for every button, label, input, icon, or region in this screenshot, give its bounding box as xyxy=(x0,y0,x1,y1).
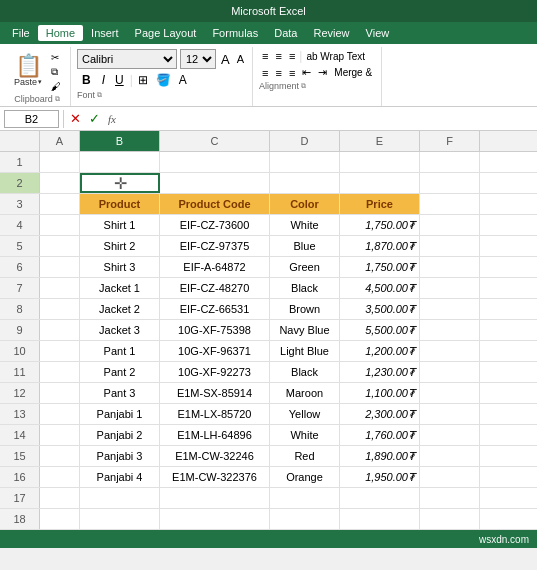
cell[interactable] xyxy=(40,341,80,361)
menu-item-formulas[interactable]: Formulas xyxy=(204,25,266,41)
insert-function-icon[interactable]: fx xyxy=(106,113,118,125)
cell[interactable] xyxy=(160,509,270,529)
col-header-d[interactable]: D xyxy=(270,131,340,151)
cell[interactable]: Pant 2 xyxy=(80,362,160,382)
col-header-c[interactable]: C xyxy=(160,131,270,151)
cell[interactable]: White xyxy=(270,215,340,235)
row-number[interactable]: 16 xyxy=(0,467,40,487)
row-number[interactable]: 7 xyxy=(0,278,40,298)
cell[interactable] xyxy=(420,320,480,340)
menu-item-file[interactable]: File xyxy=(4,25,38,41)
cell[interactable]: Panjabi 3 xyxy=(80,446,160,466)
cell[interactable] xyxy=(40,467,80,487)
row-number[interactable]: 13 xyxy=(0,404,40,424)
decrease-indent-button[interactable]: ⇤ xyxy=(299,65,314,80)
cell[interactable]: 10G-XF-92273 xyxy=(160,362,270,382)
cell[interactable] xyxy=(270,173,340,193)
cell[interactable] xyxy=(340,173,420,193)
cut-button[interactable]: ✂ xyxy=(48,51,64,64)
menu-item-home[interactable]: Home xyxy=(38,25,83,41)
cell[interactable] xyxy=(40,173,80,193)
cell[interactable]: 1,890.00₮ xyxy=(340,446,420,466)
cell[interactable]: 1,760.00₮ xyxy=(340,425,420,445)
cell[interactable]: EIF-A-64872 xyxy=(160,257,270,277)
font-color-button[interactable]: A xyxy=(176,72,190,88)
cell[interactable] xyxy=(80,509,160,529)
cell[interactable] xyxy=(420,362,480,382)
cell[interactable]: Price xyxy=(340,194,420,214)
cell[interactable] xyxy=(40,425,80,445)
cell[interactable]: 5,500.00₮ xyxy=(340,320,420,340)
row-number[interactable]: 1 xyxy=(0,152,40,172)
decrease-font-button[interactable]: A xyxy=(235,53,246,65)
cell[interactable] xyxy=(420,509,480,529)
align-middle-button[interactable]: ≡ xyxy=(272,49,284,63)
row-number[interactable]: 14 xyxy=(0,425,40,445)
cell[interactable] xyxy=(160,152,270,172)
cell[interactable] xyxy=(420,152,480,172)
cell[interactable]: EIF-CZ-48270 xyxy=(160,278,270,298)
name-box[interactable] xyxy=(4,110,59,128)
row-number[interactable]: 11 xyxy=(0,362,40,382)
cell[interactable] xyxy=(420,215,480,235)
cell[interactable]: Orange xyxy=(270,467,340,487)
cell[interactable]: 3,500.00₮ xyxy=(340,299,420,319)
col-header-e[interactable]: E xyxy=(340,131,420,151)
row-number[interactable]: 5 xyxy=(0,236,40,256)
cell[interactable] xyxy=(420,425,480,445)
align-left-button[interactable]: ≡ xyxy=(259,66,271,80)
cell[interactable] xyxy=(420,446,480,466)
cancel-formula-icon[interactable]: ✕ xyxy=(68,111,83,126)
cell[interactable] xyxy=(420,173,480,193)
col-header-b[interactable]: B xyxy=(80,131,160,151)
cell[interactable]: 10G-XF-75398 xyxy=(160,320,270,340)
cell[interactable]: 1,200.00₮ xyxy=(340,341,420,361)
cell[interactable]: White xyxy=(270,425,340,445)
cell[interactable] xyxy=(420,341,480,361)
cell[interactable] xyxy=(340,509,420,529)
cell[interactable] xyxy=(40,509,80,529)
align-center-button[interactable]: ≡ xyxy=(272,66,284,80)
cell[interactable]: E1M-CW-32246 xyxy=(160,446,270,466)
format-painter-button[interactable]: 🖌 xyxy=(48,80,64,93)
cell[interactable]: 1,750.00₮ xyxy=(340,215,420,235)
border-button[interactable]: ⊞ xyxy=(135,72,151,88)
cell[interactable] xyxy=(40,488,80,508)
cell[interactable]: EIF-CZ-66531 xyxy=(160,299,270,319)
copy-button[interactable]: ⧉ xyxy=(48,65,64,79)
cell[interactable] xyxy=(40,194,80,214)
cell[interactable]: E1M-LX-85720 xyxy=(160,404,270,424)
cell[interactable]: EIF-CZ-97375 xyxy=(160,236,270,256)
col-header-f[interactable]: F xyxy=(420,131,480,151)
cell[interactable] xyxy=(420,488,480,508)
cell[interactable] xyxy=(160,173,270,193)
cell[interactable]: 1,230.00₮ xyxy=(340,362,420,382)
row-number[interactable]: 18 xyxy=(0,509,40,529)
cell[interactable]: Shirt 3 xyxy=(80,257,160,277)
menu-item-view[interactable]: View xyxy=(358,25,398,41)
cell[interactable] xyxy=(40,404,80,424)
cell[interactable]: E1M-CW-322376 xyxy=(160,467,270,487)
cell[interactable]: E1M-LH-64896 xyxy=(160,425,270,445)
merge-center-button[interactable]: Merge & xyxy=(331,66,375,79)
paste-button[interactable]: 📋 Paste ▾ xyxy=(10,53,46,89)
align-top-button[interactable]: ≡ xyxy=(259,49,271,63)
cell[interactable] xyxy=(80,152,160,172)
cell[interactable] xyxy=(40,257,80,277)
menu-item-page-layout[interactable]: Page Layout xyxy=(127,25,205,41)
cell[interactable] xyxy=(40,320,80,340)
cell[interactable] xyxy=(40,236,80,256)
cell[interactable] xyxy=(270,509,340,529)
col-header-a[interactable]: A xyxy=(40,131,80,151)
cell[interactable] xyxy=(40,152,80,172)
cell[interactable] xyxy=(420,383,480,403)
cell[interactable]: Panjabi 2 xyxy=(80,425,160,445)
cell[interactable]: 1,100.00₮ xyxy=(340,383,420,403)
font-family-select[interactable]: Calibri xyxy=(77,49,177,69)
cell[interactable] xyxy=(40,362,80,382)
cell[interactable]: EIF-CZ-73600 xyxy=(160,215,270,235)
bold-button[interactable]: B xyxy=(77,71,96,89)
cell[interactable]: Maroon xyxy=(270,383,340,403)
font-size-select[interactable]: 12 xyxy=(180,49,216,69)
cell[interactable] xyxy=(340,488,420,508)
